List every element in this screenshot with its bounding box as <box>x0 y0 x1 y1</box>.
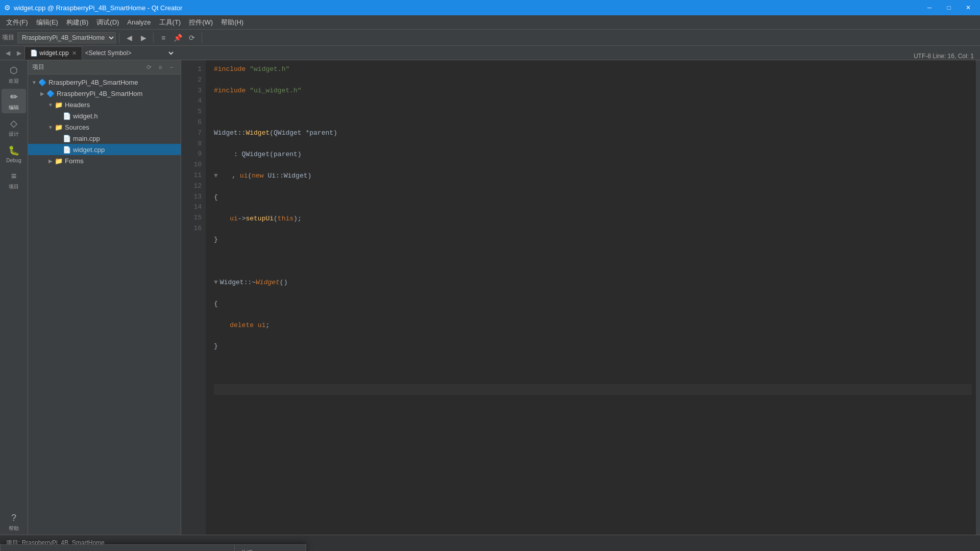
tree-icon-headers: 📁 <box>55 101 63 109</box>
debug-icon: 🐛 <box>8 145 19 156</box>
tree-label-main: main.cpp <box>73 135 100 142</box>
project-selector[interactable]: RraspberryPi_4B_SmartHome <box>17 32 116 43</box>
tree-icon-root: 🔷 <box>38 79 46 86</box>
menu-file[interactable]: 文件(F) <box>2 15 32 30</box>
tree-arrow-headers: ▼ <box>46 102 55 108</box>
tree-icon-sources: 📁 <box>55 123 63 131</box>
tab-close-widget-cpp[interactable]: ✕ <box>72 50 77 57</box>
sidebar-help-label: 帮助 <box>9 525 19 532</box>
line-numbers: 12345 678910 1112131415 16 <box>181 60 206 535</box>
kit-panel: 构建套件(Kit) 构建 Android for arm64-v8a (Clan… <box>1 545 306 551</box>
left-sidebar: ⬡ 欢迎 ✏ 编辑 ◇ 设计 🐛 Debug ≡ 项目 ? 帮助 <box>0 60 28 535</box>
tree-icon-sub: 🔷 <box>46 90 55 97</box>
tree-label-sources: Sources <box>65 123 89 131</box>
tree-label-sub: RraspberryPi_4B_SmartHom <box>57 90 142 97</box>
menu-tools[interactable]: 工具(T) <box>155 15 185 30</box>
kit-table-header: 构建套件(Kit) 构建 <box>5 549 230 551</box>
minimize-button[interactable]: ─ <box>922 0 937 15</box>
tree-icon-widget-h: 📄 <box>63 112 71 120</box>
toolbar-pin[interactable]: 📌 <box>171 31 184 44</box>
design-icon: ◇ <box>10 118 17 129</box>
project-tree: ▼ 🔷 RraspberryPi_4B_SmartHome ▶ 🔷 Rraspb… <box>28 74 181 535</box>
toolbar-nav-forward[interactable]: ▶ <box>137 31 150 44</box>
tree-label-headers: Headers <box>65 101 90 109</box>
proj-collapse-btn[interactable]: − <box>166 62 177 72</box>
sidebar-design[interactable]: ◇ 设计 <box>2 115 26 140</box>
toolbar-separator-1 <box>119 33 119 43</box>
tree-main-cpp[interactable]: 📄 main.cpp <box>28 133 181 144</box>
tab-label: 📄 widget.cpp <box>30 49 69 57</box>
tree-sources[interactable]: ▼ 📁 Sources <box>28 121 181 133</box>
menu-help[interactable]: 帮助(H) <box>217 15 248 30</box>
sidebar-debug[interactable]: 🐛 Debug <box>2 142 26 166</box>
toolbar-filter[interactable]: ≡ <box>157 31 170 44</box>
toolbar-nav-back[interactable]: ◀ <box>122 31 136 44</box>
help-icon: ? <box>11 513 16 523</box>
tree-forms[interactable]: ▶ 📁 Forms <box>28 155 181 166</box>
sidebar-welcome-label: 欢迎 <box>9 78 19 85</box>
code-editor[interactable]: #include "widget.h" #include "ui_widget.… <box>206 60 976 535</box>
maximize-button[interactable]: □ <box>941 0 957 15</box>
menu-analyze[interactable]: Analyze <box>123 15 155 30</box>
tree-icon-forms: 📁 <box>55 157 63 165</box>
tree-arrow-forms: ▶ <box>46 158 55 164</box>
tree-icon-widget-cpp: 📄 <box>63 146 71 154</box>
kit-list-area: 构建套件(Kit) 构建 Android for arm64-v8a (Clan… <box>1 545 234 551</box>
project-panel: 项目 ⟳ ≡ − ▼ 🔷 RraspberryPi_4B_SmartHome ▶… <box>28 60 181 535</box>
sidebar-welcome[interactable]: ⬡ 欢迎 <box>2 62 26 87</box>
sidebar-design-label: 设计 <box>9 131 19 138</box>
code-container[interactable]: 12345 678910 1112131415 16 #include "wid… <box>181 60 980 535</box>
sidebar-edit[interactable]: ✏ 编辑 <box>2 89 26 113</box>
tree-label-widget-h: widget.h <box>73 112 97 120</box>
tree-arrow-root: ▼ <box>30 80 38 85</box>
tree-widget-h[interactable]: 📄 widget.h <box>28 110 181 121</box>
proj-filter-btn[interactable]: ≡ <box>155 62 165 72</box>
menu-edit[interactable]: 编辑(E) <box>32 15 62 30</box>
main-toolbar: 项目 RraspberryPi_4B_SmartHome ◀ ▶ ≡ 📌 ⟳ <box>0 30 980 46</box>
window-title: widget.cpp @ RraspberryPi_4B_SmartHome -… <box>14 4 922 12</box>
tree-widget-cpp[interactable]: 📄 widget.cpp <box>28 144 181 155</box>
proj-sync-btn[interactable]: ⟳ <box>144 62 154 72</box>
main-area: ⬡ 欢迎 ✏ 编辑 ◇ 设计 🐛 Debug ≡ 项目 ? 帮助 项目 <box>0 60 980 535</box>
toolbar-separator-2 <box>153 33 154 43</box>
tree-label-forms: Forms <box>65 157 84 165</box>
kit-popup: 构建套件(Kit) 构建 Android for arm64-v8a (Clan… <box>0 544 306 551</box>
sidebar-edit-label: 编辑 <box>9 104 19 111</box>
tree-arrow-sources: ▼ <box>46 124 55 130</box>
sidebar-debug-label: Debug <box>6 158 21 163</box>
title-bar: ⚙ widget.cpp @ RraspberryPi_4B_SmartHome… <box>0 0 980 15</box>
tree-label-widget-cpp: widget.cpp <box>73 146 105 154</box>
sidebar-help[interactable]: ? 帮助 <box>2 510 26 535</box>
menu-controls[interactable]: 控件(W) <box>185 15 217 30</box>
menu-build[interactable]: 构建(B) <box>62 15 92 30</box>
bottom-panel: 项目: RraspberryPi_4B_SmartHome 部署: Deploy… <box>0 535 980 551</box>
kit-build-column: 构建 Debug Profile Release <box>234 545 306 551</box>
tree-subproject[interactable]: ▶ 🔷 RraspberryPi_4B_SmartHom <box>28 88 181 99</box>
tree-label-root: RraspberryPi_4B_SmartHome <box>48 79 138 86</box>
tree-arrow-sub: ▶ <box>38 91 46 96</box>
project-header: 项目 ⟳ ≡ − <box>28 60 181 74</box>
tree-icon-main: 📄 <box>63 135 71 142</box>
menu-bar: 文件(F) 编辑(E) 构建(B) 调试(D) Analyze 工具(T) 控件… <box>0 15 980 30</box>
app-icon: ⚙ <box>4 4 11 12</box>
toolbar-sync[interactable]: ⟳ <box>185 31 199 44</box>
sidebar-project-label: 项目 <box>9 183 19 190</box>
tab-nav-right[interactable]: ▶ <box>13 46 24 60</box>
toolbar-separator-3 <box>202 33 202 43</box>
window-controls: ─ □ ✕ <box>922 0 976 15</box>
sidebar-project[interactable]: ≡ 项目 <box>2 168 26 193</box>
tab-widget-cpp[interactable]: 📄 widget.cpp ✕ <box>24 46 82 60</box>
menu-debug[interactable]: 调试(D) <box>92 15 123 30</box>
editor-area: 12345 678910 1112131415 16 #include "wid… <box>181 60 980 535</box>
tree-root[interactable]: ▼ 🔷 RraspberryPi_4B_SmartHome <box>28 77 181 88</box>
tab-nav-left[interactable]: ◀ <box>2 46 13 60</box>
tree-headers[interactable]: ▼ 📁 Headers <box>28 99 181 110</box>
close-button[interactable]: ✕ <box>961 0 976 15</box>
project-header-label: 项目 <box>32 63 44 71</box>
project-icon: ≡ <box>11 171 17 182</box>
project-label: 项目 <box>2 33 14 42</box>
symbol-selector[interactable]: <Select Symbol> <box>83 46 175 60</box>
project-toolbar: ⟳ ≡ − <box>144 62 177 72</box>
edit-icon: ✏ <box>10 91 18 103</box>
file-info: UTF-8 Line: 16, Col: 1 <box>908 53 980 60</box>
